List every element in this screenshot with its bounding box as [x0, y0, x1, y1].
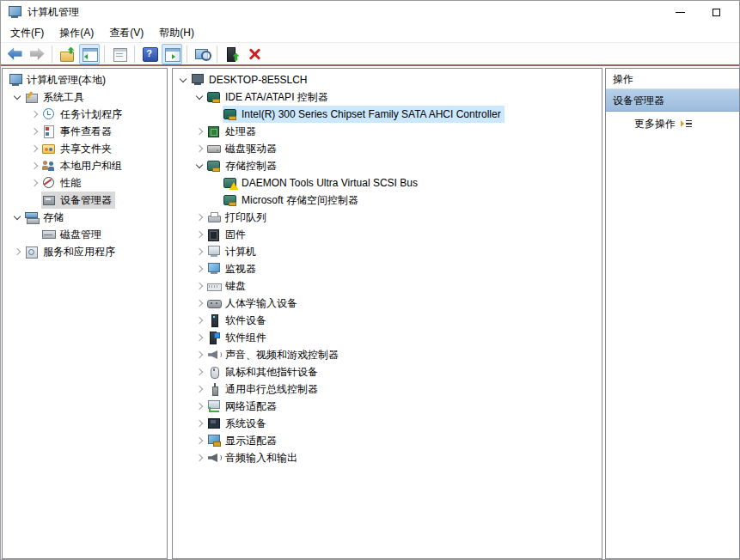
- tree-item[interactable]: Microsoft 存储空间控制器: [173, 192, 602, 209]
- tree-item-content[interactable]: 任务计划程序: [41, 106, 125, 123]
- tree-item[interactable]: 人体学输入设备: [173, 295, 602, 312]
- tree-item[interactable]: 通用串行总线控制器: [173, 380, 602, 398]
- tree-item[interactable]: 存储: [3, 209, 167, 226]
- expand-chevron-icon[interactable]: [193, 399, 206, 413]
- expand-chevron-icon[interactable]: [28, 125, 41, 138]
- tree-item[interactable]: DAEMON Tools Ultra Virtual SCSI Bus: [173, 174, 602, 192]
- expand-chevron-icon[interactable]: [28, 159, 41, 173]
- tree-item[interactable]: 软件组件: [173, 329, 602, 346]
- tree-item[interactable]: 鼠标和其他指针设备: [173, 363, 602, 380]
- tree-item-content[interactable]: 磁盘驱动器: [206, 140, 280, 157]
- tree-item[interactable]: Intel(R) 300 Series Chipset Family SATA …: [173, 106, 602, 123]
- properties-button[interactable]: [109, 44, 130, 64]
- expand-chevron-icon[interactable]: [193, 365, 206, 379]
- collapse-chevron-icon[interactable]: [193, 90, 206, 104]
- tree-item[interactable]: IDE ATA/ATAPI 控制器: [173, 88, 602, 106]
- tree-item-content[interactable]: 网络适配器: [206, 398, 280, 415]
- expand-chevron-icon[interactable]: [193, 210, 206, 224]
- tree-item-content[interactable]: 音频输入和输出: [206, 449, 301, 466]
- collapse-chevron-icon[interactable]: [193, 159, 206, 173]
- console-tree-button[interactable]: [79, 44, 100, 64]
- tree-item[interactable]: 显示适配器: [173, 432, 602, 449]
- expand-chevron-icon[interactable]: [193, 228, 206, 241]
- update-driver-button[interactable]: [222, 44, 242, 64]
- expand-chevron-icon[interactable]: [28, 142, 41, 155]
- tree-item-content[interactable]: 本地用户和组: [41, 157, 125, 174]
- tree-item-content[interactable]: 系统工具: [24, 88, 88, 106]
- menu-item[interactable]: 操作(A): [52, 23, 101, 43]
- tree-item-content[interactable]: 计算机: [206, 243, 260, 260]
- collapse-chevron-icon[interactable]: [10, 210, 24, 224]
- tree-item-content[interactable]: 系统设备: [206, 415, 270, 432]
- more-actions-item[interactable]: 更多操作: [606, 112, 739, 136]
- collapse-chevron-icon[interactable]: [176, 73, 190, 87]
- tree-item-content[interactable]: 处理器: [206, 123, 260, 140]
- minimize-button[interactable]: [664, 1, 696, 23]
- menu-item[interactable]: 文件(F): [3, 23, 52, 43]
- tree-item[interactable]: 服务和应用程序: [3, 243, 167, 260]
- tree-item-content[interactable]: 性能: [41, 174, 84, 192]
- tree-item-content[interactable]: 计算机管理(本地): [8, 71, 109, 88]
- scan-hardware-button[interactable]: [192, 44, 212, 64]
- tree-item-content[interactable]: 存储: [24, 209, 67, 226]
- expand-chevron-icon[interactable]: [10, 245, 24, 259]
- expand-chevron-icon[interactable]: [193, 417, 206, 430]
- expand-chevron-icon[interactable]: [193, 331, 206, 344]
- menu-item[interactable]: 查看(V): [101, 23, 151, 43]
- tree-item-content[interactable]: DESKTOP-8E5SLCH: [190, 71, 311, 88]
- tree-item[interactable]: 性能: [3, 174, 167, 192]
- tree-item-content[interactable]: 显示适配器: [206, 432, 280, 449]
- menu-item[interactable]: 帮助(H): [151, 23, 202, 43]
- tree-item-content[interactable]: 打印队列: [206, 209, 270, 226]
- uninstall-button[interactable]: [244, 44, 265, 64]
- back-arrow-button[interactable]: [4, 44, 25, 64]
- tree-item-content[interactable]: 通用串行总线控制器: [206, 380, 321, 398]
- tree-item-content[interactable]: 软件设备: [206, 312, 270, 329]
- expand-chevron-icon[interactable]: [193, 262, 206, 276]
- expand-chevron-icon[interactable]: [193, 296, 206, 310]
- expand-chevron-icon[interactable]: [193, 434, 206, 447]
- tree-item[interactable]: 计算机: [173, 243, 602, 260]
- tree-item-content[interactable]: 磁盘管理: [41, 226, 105, 243]
- tree-item[interactable]: 处理器: [173, 123, 602, 140]
- tree-item-content[interactable]: 事件查看器: [41, 123, 115, 140]
- tree-item[interactable]: 软件设备: [173, 312, 602, 329]
- up-folder-button[interactable]: [57, 44, 77, 64]
- tree-item[interactable]: 键盘: [173, 277, 602, 295]
- expand-chevron-icon[interactable]: [28, 176, 41, 190]
- expand-chevron-icon[interactable]: [193, 348, 206, 362]
- expand-chevron-icon[interactable]: [28, 107, 41, 121]
- expand-chevron-icon[interactable]: [193, 451, 206, 465]
- tree-item[interactable]: 音频输入和输出: [173, 449, 602, 466]
- expand-chevron-icon[interactable]: [193, 125, 206, 138]
- tree-item-content[interactable]: 设备管理器: [41, 192, 115, 209]
- tree-item-content[interactable]: 鼠标和其他指针设备: [206, 363, 321, 380]
- tree-item-content[interactable]: 共享文件夹: [41, 140, 115, 157]
- expand-chevron-icon[interactable]: [193, 142, 206, 155]
- tree-item-content[interactable]: 监视器: [206, 260, 260, 277]
- expand-chevron-icon[interactable]: [193, 313, 206, 327]
- tree-item[interactable]: 网络适配器: [173, 398, 602, 415]
- tree-item[interactable]: 存储控制器: [173, 157, 602, 174]
- tree-item[interactable]: 磁盘驱动器: [173, 140, 602, 157]
- collapse-chevron-icon[interactable]: [10, 90, 24, 104]
- tree-item-content[interactable]: 存储控制器: [206, 157, 280, 174]
- tree-item[interactable]: 监视器: [173, 260, 602, 277]
- tree-item[interactable]: 打印队列: [173, 209, 602, 226]
- forward-arrow-button[interactable]: [27, 44, 47, 64]
- tree-item-content[interactable]: 软件组件: [206, 329, 270, 346]
- tree-item[interactable]: 固件: [173, 226, 602, 243]
- tree-item-content[interactable]: Microsoft 存储空间控制器: [223, 192, 362, 209]
- tree-item[interactable]: 事件查看器: [3, 123, 167, 140]
- tree-item-content[interactable]: DAEMON Tools Ultra Virtual SCSI Bus: [223, 174, 421, 192]
- tree-item[interactable]: 设备管理器: [3, 192, 167, 209]
- tree-item-content[interactable]: 人体学输入设备: [206, 295, 301, 312]
- tree-item[interactable]: 系统工具: [3, 88, 167, 106]
- action-pane-button[interactable]: [162, 44, 182, 64]
- tree-item[interactable]: 本地用户和组: [3, 157, 167, 174]
- tree-item-content[interactable]: 声音、视频和游戏控制器: [206, 346, 342, 363]
- expand-chevron-icon[interactable]: [193, 245, 206, 259]
- tree-item[interactable]: DESKTOP-8E5SLCH: [173, 71, 602, 88]
- tree-item-content[interactable]: 服务和应用程序: [24, 243, 119, 260]
- tree-item-content[interactable]: Intel(R) 300 Series Chipset Family SATA …: [223, 106, 505, 123]
